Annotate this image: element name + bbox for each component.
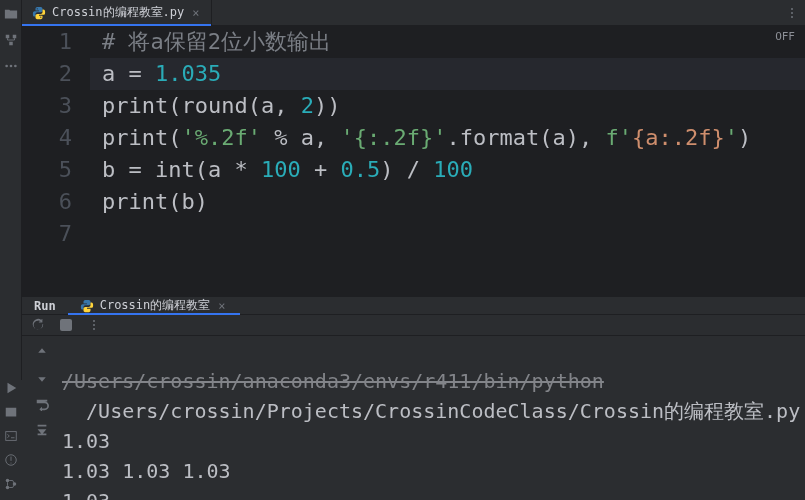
console-line: /Users/crossin/Projects/CrossinCodeClass… — [62, 396, 805, 426]
console-line: /Users/crossin/anaconda3/envs/r411/bin/p… — [62, 366, 805, 396]
python-file-icon — [32, 6, 46, 20]
terminal-icon[interactable] — [3, 428, 19, 444]
python-console-icon[interactable] — [3, 404, 19, 420]
svg-rect-0 — [5, 35, 9, 39]
line-number: 5 — [22, 154, 72, 186]
structure-icon[interactable] — [3, 32, 19, 48]
tab-filename: Crossin的编程教室.py — [52, 4, 184, 21]
svg-point-9 — [6, 486, 10, 490]
line-number-gutter: 1 2 3 4 5 6 7 — [22, 26, 90, 296]
line-number: 7 — [22, 218, 72, 250]
run-toolbar — [22, 315, 805, 336]
code-line[interactable]: # 将a保留2位小数输出 — [90, 26, 805, 58]
run-panel-tabs: Run Crossin的编程教室 × — [22, 297, 805, 315]
scroll-to-end-icon[interactable] — [32, 420, 52, 440]
problems-icon[interactable] — [3, 452, 19, 468]
run-config-tab[interactable]: Crossin的编程教室 × — [68, 297, 240, 314]
code-line[interactable]: b = int(a * 100 + 0.5) / 100 — [90, 154, 805, 186]
console-line: 1.03 — [62, 486, 805, 500]
down-icon[interactable] — [32, 368, 52, 388]
code-line[interactable]: a = 1.035 — [90, 58, 805, 90]
code-editor[interactable]: 1 2 3 4 5 6 7 # 将a保留2位小数输出 a = 1.035 pri… — [22, 26, 805, 296]
more-icon[interactable] — [3, 58, 19, 74]
code-line[interactable]: print(round(a, 2)) — [90, 90, 805, 122]
vcs-icon[interactable] — [3, 476, 19, 492]
code-line[interactable]: print(b) — [90, 186, 805, 218]
python-file-icon — [80, 299, 94, 313]
soft-wrap-icon[interactable] — [32, 394, 52, 414]
svg-point-4 — [9, 65, 12, 68]
code-line[interactable]: print('%.2f' % a, '{:.2f}'.format(a), f'… — [90, 122, 805, 154]
console-output[interactable]: /Users/crossin/anaconda3/envs/r411/bin/p… — [62, 336, 805, 500]
svg-point-8 — [6, 479, 10, 483]
console-line: 1.03 1.03 1.03 — [62, 456, 805, 486]
svg-point-3 — [5, 65, 8, 68]
svg-rect-6 — [6, 432, 17, 441]
run-panel: Run Crossin的编程教室 × /Users — [22, 296, 805, 500]
run-icon[interactable] — [3, 380, 19, 396]
line-number: 2 — [22, 58, 72, 90]
bottom-tool-stripe — [0, 380, 22, 500]
console-side-tools — [22, 336, 62, 500]
folder-icon[interactable] — [3, 6, 19, 22]
run-tool-label[interactable]: Run — [22, 297, 68, 314]
line-number: 4 — [22, 122, 72, 154]
editor-tabbar: Crossin的编程教室.py × — [22, 0, 805, 26]
svg-point-5 — [14, 65, 17, 68]
svg-rect-2 — [9, 42, 13, 46]
line-number: 1 — [22, 26, 72, 58]
tabbar-menu-icon[interactable] — [779, 0, 805, 25]
up-icon[interactable] — [32, 342, 52, 362]
close-icon[interactable]: × — [216, 299, 227, 313]
line-number: 6 — [22, 186, 72, 218]
stop-icon[interactable] — [56, 315, 76, 335]
run-tab-name: Crossin的编程教室 — [100, 297, 211, 314]
code-line[interactable] — [90, 218, 805, 250]
console-line: 1.03 — [62, 426, 805, 456]
editor-tab[interactable]: Crossin的编程教室.py × — [22, 0, 212, 25]
more-actions-icon[interactable] — [84, 315, 104, 335]
main-area: Crossin的编程教室.py × OFF 1 2 3 4 5 6 7 # 将a… — [22, 0, 805, 500]
rerun-icon[interactable] — [28, 315, 48, 335]
line-number: 3 — [22, 90, 72, 122]
code-body[interactable]: # 将a保留2位小数输出 a = 1.035 print(round(a, 2)… — [90, 26, 805, 296]
close-icon[interactable]: × — [190, 6, 201, 20]
svg-rect-1 — [12, 35, 16, 39]
